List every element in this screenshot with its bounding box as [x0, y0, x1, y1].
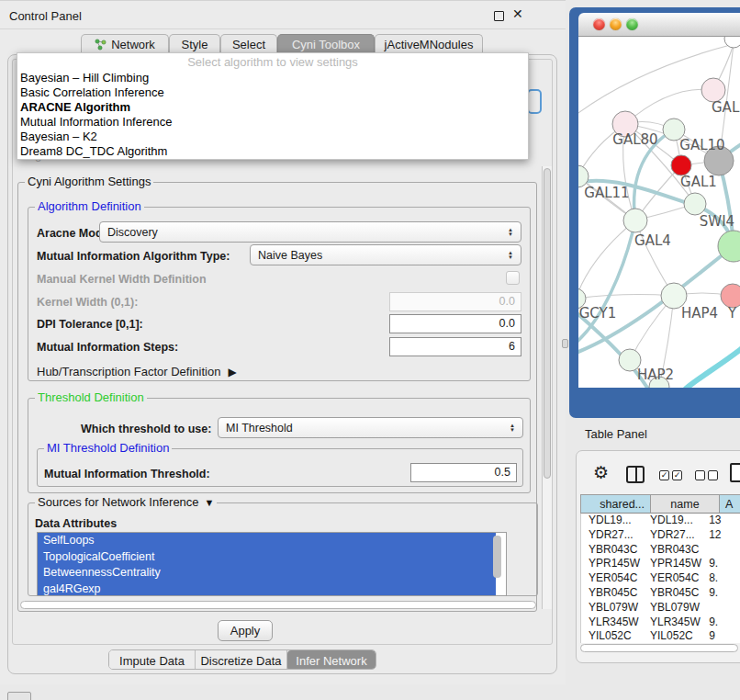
data-attribute-option[interactable]: gal4RGexp — [38, 581, 496, 597]
which-threshold-select[interactable]: MI Threshold ▲ ▼ — [218, 417, 523, 438]
node-label-gal11: GAL11 — [584, 185, 629, 201]
node-label-hap2: HAP2 — [637, 367, 674, 383]
control-panel-title: Control Panel — [9, 9, 82, 23]
settings-scrollbar-thumb[interactable] — [544, 168, 551, 479]
node-label-gal4: GAL4 — [634, 232, 671, 249]
dpi-tolerance-label: DPI Tolerance [0,1]: — [37, 318, 143, 331]
column-layout-icon[interactable] — [626, 466, 645, 483]
table-body: YDL19...YDL19...13YDR27...YDR27...12YBR0… — [580, 514, 740, 643]
close-window-light[interactable] — [593, 18, 605, 30]
tab-select[interactable]: Select — [220, 34, 277, 54]
tab-impute-data[interactable]: Impute Data — [109, 650, 196, 670]
select-all-columns-icon[interactable]: ✓ ✓ — [659, 470, 682, 480]
deselect-all-columns-icon[interactable] — [695, 470, 718, 480]
tab-label: jActiveMNodules — [385, 38, 474, 51]
table-cell: YPR145W — [581, 557, 643, 571]
table-cell: YDR27... — [581, 528, 643, 543]
table-row[interactable]: YER054CYER054C8. — [581, 571, 740, 586]
network-edge[interactable] — [686, 349, 740, 388]
table-row[interactable]: YLR345WYLR345W9. — [581, 615, 740, 630]
table-cell: YER054C — [581, 571, 643, 586]
kernel-width-input[interactable]: 0.0 — [389, 292, 521, 311]
mi-algorithm-type-value: Naive Bayes — [258, 249, 322, 262]
table-cell: YDL19... — [581, 514, 643, 528]
control-panel-tab-bar: NetworkStyleSelectCyni ToolboxjActiveMNo… — [81, 34, 483, 54]
settings-scrollbar-track[interactable] — [542, 166, 552, 609]
algorithm-option[interactable]: Mutual Information Inference — [17, 115, 528, 130]
node-label-gal10: GAL10 — [679, 137, 724, 153]
stepper-icon: ▲ ▼ — [508, 251, 513, 260]
network-canvas[interactable]: GAL2GAL80GAL10GAL1GAL11SWI4GAL4GCY1HAP4Y… — [578, 37, 740, 388]
minimize-window-light[interactable] — [610, 18, 622, 30]
tab-style[interactable]: Style — [169, 34, 220, 54]
algorithm-dropdown-list: Bayesian – Hill ClimbingBasic Correlatio… — [17, 71, 528, 160]
table-hscrollbar-thumb[interactable] — [580, 644, 738, 652]
sources-group-title[interactable]: Sources for Network Inference ▼ — [35, 495, 217, 509]
close-panel-button[interactable]: ✕ — [512, 6, 523, 21]
network-edge[interactable] — [578, 295, 674, 299]
tab-network[interactable]: Network — [81, 34, 169, 54]
network-edge[interactable] — [625, 89, 713, 124]
algorithm-option[interactable]: ARACNE Algorithm — [17, 100, 528, 115]
algorithm-combo-fragment[interactable] — [527, 89, 542, 114]
mi-steps-input[interactable]: 6 — [389, 337, 521, 356]
algorithm-option[interactable]: Bayesian – Hill Climbing — [17, 71, 528, 85]
table-cell: YER054C — [643, 571, 703, 586]
table-cell: 13 — [703, 514, 740, 528]
aracne-mode-value: Discovery — [107, 226, 158, 239]
algorithm-option[interactable]: Dream8 DC_TDC Algorithm — [17, 144, 528, 159]
column-header-3[interactable]: A — [720, 494, 740, 514]
zoom-window-light[interactable] — [626, 18, 638, 30]
tab-discretize-data[interactable]: Discretize Data — [196, 650, 287, 670]
algorithm-option[interactable]: Bayesian – K2 — [17, 130, 528, 144]
algorithm-dropdown: Select algorithm to view settings Bayesi… — [17, 52, 529, 160]
table-row[interactable]: YIL052CYIL052C9 — [581, 629, 740, 643]
dpi-tolerance-input[interactable]: 0.0 — [389, 314, 521, 333]
list-scrollbar-thumb[interactable] — [493, 536, 501, 578]
table-row[interactable]: YBR045CYBR045C9. — [581, 586, 740, 601]
tab-jactivemnodules[interactable]: jActiveMNodules — [375, 34, 483, 54]
data-attributes-list[interactable]: SelfLoopsTopologicalCoefficientBetweenne… — [37, 532, 507, 596]
apply-button[interactable]: Apply — [218, 620, 273, 641]
table-cell: YBR043C — [643, 543, 703, 558]
stepper-icon: ▲ ▼ — [508, 228, 513, 237]
collapse-arrow-icon: ▼ — [205, 497, 215, 508]
algorithm-dropdown-placeholder: Select algorithm to view settings — [17, 53, 528, 71]
settings-hscrollbar-thumb[interactable] — [20, 601, 536, 609]
table-row[interactable]: YBL079WYBL079W — [581, 601, 740, 615]
float-window-button[interactable] — [494, 11, 504, 21]
table-row[interactable]: YDL19...YDL19...13 — [581, 514, 740, 528]
table-settings-gear-icon[interactable]: ⚙ — [593, 462, 609, 483]
table-row[interactable]: YPR145WYPR145W9. — [581, 557, 740, 571]
tab-infer-network[interactable]: Infer Network — [287, 650, 376, 670]
tab-label: Style — [182, 38, 208, 51]
table-cell: YPR145W — [643, 557, 703, 571]
table-cell: YBR043C — [581, 543, 643, 558]
hub-factor-expander[interactable]: Hub/Transcription Factor Definition ▶ — [37, 365, 237, 378]
tab-cyni-toolbox[interactable]: Cyni Toolbox — [277, 34, 375, 54]
partial-corner-button[interactable] — [7, 692, 31, 700]
data-attribute-option[interactable]: SelfLoops — [38, 533, 496, 549]
network-node-gal1[interactable] — [671, 155, 691, 175]
node-label-swi4: SWI4 — [700, 213, 734, 230]
down-arrow-icon: ▼ — [508, 255, 513, 260]
node-label-hap4: HAP4 — [681, 305, 718, 322]
mi-threshold-input[interactable]: 0.5 — [410, 463, 517, 482]
table-row[interactable]: YBR043CYBR043C — [581, 543, 740, 558]
data-attribute-option[interactable]: TopologicalCoefficient — [38, 549, 496, 566]
network-edge[interactable] — [578, 220, 635, 299]
column-header-1[interactable]: shared... — [581, 494, 651, 514]
data-attribute-option[interactable]: BetweennessCentrality — [38, 565, 496, 581]
table-row[interactable]: YDR27...YDR27...12 — [581, 528, 740, 543]
manual-kernel-width-checkbox[interactable] — [506, 271, 520, 285]
mi-algorithm-type-select[interactable]: Naive Bayes ▲ ▼ — [250, 244, 521, 265]
table-cell: YLR345W — [643, 615, 703, 630]
titlebar-divider — [0, 28, 566, 29]
export-table-icon[interactable] — [730, 463, 740, 482]
aracne-mode-select[interactable]: Discovery ▲ ▼ — [99, 221, 521, 243]
network-node-gal4[interactable] — [623, 209, 647, 232]
algorithm-option[interactable]: Basic Correlation Inference — [17, 85, 528, 100]
network-node[interactable] — [684, 193, 706, 215]
column-header-2[interactable]: name — [651, 494, 720, 514]
panel-splitter-grip[interactable] — [562, 339, 568, 348]
